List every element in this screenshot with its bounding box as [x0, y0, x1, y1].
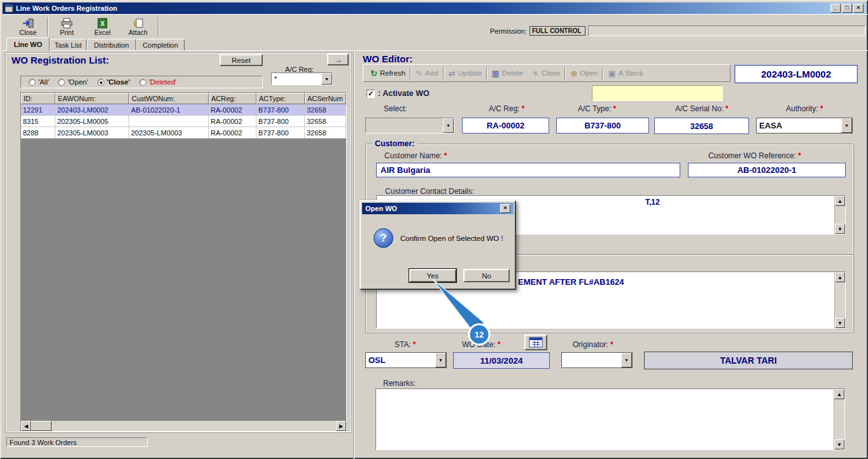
refresh-button[interactable]: ↻ Refresh: [366, 66, 410, 80]
col-eawonum[interactable]: EAWONum:: [55, 93, 129, 104]
exit-door-icon: [22, 17, 34, 29]
open-wo-button[interactable]: ⊕ Open: [566, 66, 602, 80]
dropdown-arrow-icon[interactable]: ▼: [321, 73, 332, 85]
grid-horizontal-scrollbar[interactable]: ◀ ▶: [21, 421, 346, 431]
radio-deleted[interactable]: [139, 79, 146, 86]
scroll-down-icon[interactable]: ▼: [835, 318, 845, 328]
a-stock-button[interactable]: ▣ A Stock: [603, 66, 647, 80]
ac-reg-field[interactable]: RA-00002: [462, 118, 549, 134]
scroll-up-icon[interactable]: ▲: [835, 196, 845, 206]
permission-value: FULL CONTROL: [529, 26, 585, 36]
ac-serial-field[interactable]: 32658: [654, 118, 749, 134]
maximize-button[interactable]: □: [842, 4, 852, 13]
col-acreg[interactable]: ACReg:: [209, 93, 256, 104]
dropdown-arrow-icon[interactable]: ▼: [443, 118, 454, 133]
checkmark-icon: ✓: [368, 90, 374, 97]
reset-button[interactable]: Reset: [220, 54, 263, 66]
calendar-button[interactable]: [524, 334, 547, 350]
dropdown-arrow-icon[interactable]: ▼: [435, 353, 446, 367]
ac-reg-filter-combo[interactable]: * ▼: [271, 72, 333, 85]
radio-selected-dot: [100, 81, 102, 84]
sta-label: STA:*: [395, 340, 416, 349]
wo-date-field[interactable]: 11/03/2024: [453, 352, 550, 369]
scroll-up-icon[interactable]: ▲: [834, 389, 844, 399]
ac-reg-filter-value: *: [272, 73, 321, 85]
activate-wo-label: : Activate WO: [378, 89, 430, 98]
remarks-label: Remarks:: [383, 379, 416, 388]
cell-acreg: RA-00002: [209, 104, 256, 116]
close-button[interactable]: Close: [13, 17, 43, 37]
remarks-textarea[interactable]: ▲ ▼: [375, 388, 845, 450]
cell-eawonum: 202305-LM0005: [55, 116, 129, 127]
scrollbar-track[interactable]: [52, 421, 336, 431]
col-actype[interactable]: ACType:: [256, 93, 305, 104]
dropdown-arrow-icon[interactable]: ▼: [841, 118, 852, 133]
calendar-icon: [529, 337, 543, 348]
radio-open[interactable]: [58, 79, 65, 86]
window-close-button[interactable]: ×: [853, 4, 864, 13]
minimize-button[interactable]: _: [830, 4, 841, 13]
window-title: Line Work Orders Registration: [16, 4, 829, 12]
scroll-left-icon[interactable]: ◀: [21, 421, 31, 431]
panel-divider: [353, 51, 354, 459]
scroll-down-icon[interactable]: ▼: [834, 439, 844, 449]
col-custwonum[interactable]: CustWONum:: [129, 93, 209, 104]
customer-contact-label: Customer Contact Details:: [385, 187, 474, 196]
wo-editor-toolbar: ↻ Refresh ✎ Add ⇄ Update ▦ Delete ✳ Clos…: [363, 64, 731, 82]
scrollbar-thumb[interactable]: [31, 421, 52, 431]
attach-icon: [132, 17, 144, 29]
originator-combo[interactable]: ▼: [561, 352, 633, 368]
description-scrollbar[interactable]: ▲ ▼: [834, 272, 845, 328]
col-acsernum[interactable]: ACSerNum: [305, 93, 346, 104]
required-marker: *: [444, 151, 447, 160]
tab-task-list[interactable]: Task List: [50, 39, 87, 51]
attach-button[interactable]: Attach: [122, 17, 154, 37]
highlight-input[interactable]: [592, 85, 723, 101]
status-bar: Found 3 Work Orders: [6, 437, 148, 447]
radio-close[interactable]: [97, 79, 104, 86]
cell-id: 8315: [21, 116, 55, 127]
printer-icon: [60, 17, 73, 29]
radio-all[interactable]: [29, 79, 36, 86]
update-button[interactable]: ⇄ Update: [444, 66, 486, 80]
col-id[interactable]: ID:: [21, 93, 55, 104]
customer-ref-field[interactable]: AB-01022020-1: [688, 163, 846, 177]
dialog-close-button[interactable]: ×: [500, 204, 510, 213]
close-wo-button[interactable]: ✳ Close: [528, 66, 564, 80]
sta-combo[interactable]: OSL ▼: [365, 352, 447, 368]
excel-button[interactable]: X Excel: [88, 17, 117, 37]
required-marker: *: [725, 104, 729, 113]
table-row[interactable]: 8288 202305-LM0003 202305-LM0003 RA-0000…: [21, 127, 346, 139]
scroll-right-icon[interactable]: ▶: [336, 421, 346, 431]
remarks-scrollbar[interactable]: ▲ ▼: [834, 389, 844, 449]
cell-actype: B737-800: [256, 116, 305, 127]
authority-combo[interactable]: EASA ▼: [756, 118, 853, 134]
tab-line-wo[interactable]: Line WO: [6, 38, 50, 51]
excel-button-label: Excel: [94, 29, 111, 36]
yes-button[interactable]: Yes: [409, 269, 456, 282]
scroll-down-icon[interactable]: ▼: [835, 224, 845, 234]
add-button[interactable]: ✎ Add: [411, 66, 442, 80]
toolbar-divider: [158, 17, 159, 36]
go-arrow-button[interactable]: →: [327, 53, 349, 65]
contact-scrollbar[interactable]: ▲ ▼: [834, 196, 845, 234]
customer-group-label: Customer:: [372, 139, 417, 148]
delete-button[interactable]: ▦ Delete: [487, 66, 528, 80]
table-row[interactable]: 8315 202305-LM0005 RA-00002 B737-800 326…: [21, 116, 346, 127]
svg-text:X: X: [101, 20, 105, 27]
ac-type-field[interactable]: B737-800: [556, 118, 649, 134]
select-combo[interactable]: ▼: [365, 118, 454, 134]
required-marker: *: [522, 104, 525, 113]
tab-distribution[interactable]: Distribution: [87, 39, 136, 51]
table-row[interactable]: 12291 202403-LM0002 AB-01022020-1 RA-000…: [21, 104, 346, 116]
scroll-up-icon[interactable]: ▲: [835, 272, 845, 282]
dropdown-arrow-icon[interactable]: ▼: [621, 353, 632, 367]
customer-name-field[interactable]: AIR Bulgaria: [376, 163, 680, 177]
print-button[interactable]: Print: [52, 17, 81, 37]
cell-acsernum: 32658: [305, 116, 346, 127]
tab-completion[interactable]: Completion: [136, 39, 185, 51]
no-button[interactable]: No: [463, 269, 510, 282]
a-stock-label: A Stock: [619, 69, 643, 77]
activate-wo-checkbox[interactable]: ✓: [367, 90, 375, 98]
excel-icon: X: [96, 17, 109, 29]
